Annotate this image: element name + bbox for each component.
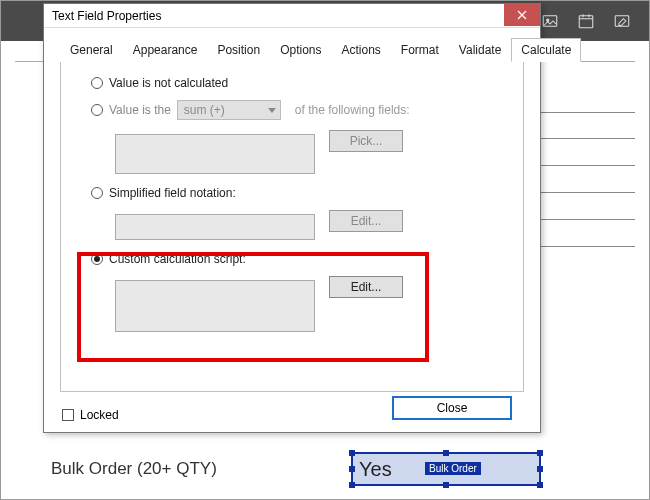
radio-icon [91, 187, 103, 199]
radio-not-calculated[interactable]: Value is not calculated [91, 76, 505, 90]
edit-simplified-button[interactable]: Edit... [329, 210, 403, 232]
aggregate-combo[interactable]: sum (+) [177, 100, 281, 120]
tab-format[interactable]: Format [391, 38, 449, 62]
tab-panel-calculate: Value is not calculated Value is the sum… [60, 62, 524, 392]
field-name-tag: Bulk Order [425, 462, 481, 475]
tab-strip: General Appearance Position Options Acti… [60, 38, 524, 62]
tab-validate[interactable]: Validate [449, 38, 511, 62]
selected-form-field[interactable]: Yes Bulk Order [351, 452, 541, 486]
image-icon[interactable] [541, 12, 559, 30]
tab-position[interactable]: Position [207, 38, 270, 62]
tab-options[interactable]: Options [270, 38, 331, 62]
calendar-icon[interactable] [577, 12, 595, 30]
radio-label: Custom calculation script: [109, 252, 246, 266]
radio-icon [91, 253, 103, 265]
locked-label: Locked [80, 408, 119, 422]
dialog-close-x[interactable] [504, 4, 540, 26]
edit-custom-button[interactable]: Edit... [329, 276, 403, 298]
radio-value-is-the[interactable]: Value is the sum (+) of the following fi… [91, 100, 505, 120]
text-field-properties-dialog: Text Field Properties General Appearance… [43, 3, 541, 433]
tab-appearance[interactable]: Appearance [123, 38, 208, 62]
tab-general[interactable]: General [60, 38, 123, 62]
dialog-title: Text Field Properties [52, 9, 161, 23]
svg-rect-2 [579, 16, 593, 28]
tab-actions[interactable]: Actions [331, 38, 390, 62]
field-value: Yes [359, 458, 392, 481]
bulk-order-label: Bulk Order (20+ QTY) [51, 459, 217, 479]
radio-label: Value is the [109, 103, 171, 117]
radio-label: Simplified field notation: [109, 186, 236, 200]
close-button[interactable]: Close [392, 396, 512, 420]
radio-label: Value is not calculated [109, 76, 228, 90]
checkbox-icon [62, 409, 74, 421]
radio-icon [91, 77, 103, 89]
close-icon [517, 10, 527, 20]
of-fields-label: of the following fields: [295, 103, 410, 117]
radio-simplified[interactable]: Simplified field notation: [91, 186, 505, 200]
simplified-input[interactable] [115, 214, 315, 240]
radio-icon [91, 104, 103, 116]
pick-button[interactable]: Pick... [329, 130, 403, 152]
locked-checkbox-row[interactable]: Locked [62, 408, 119, 422]
edit-icon[interactable] [613, 12, 631, 30]
dialog-titlebar[interactable]: Text Field Properties [44, 4, 540, 28]
fields-listbox[interactable] [115, 134, 315, 174]
tab-calculate[interactable]: Calculate [511, 38, 581, 62]
custom-script-box[interactable] [115, 280, 315, 332]
radio-custom-script[interactable]: Custom calculation script: [91, 252, 505, 266]
